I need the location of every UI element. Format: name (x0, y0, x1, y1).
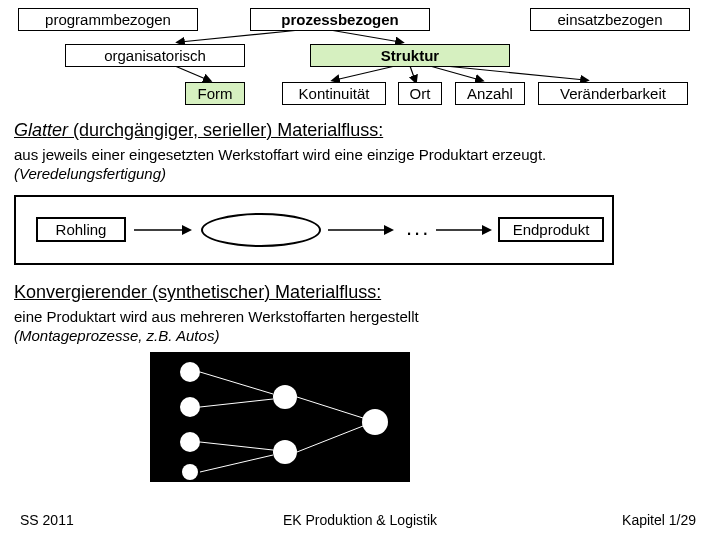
svg-line-1 (330, 30, 400, 42)
box-einsatzbezogen: einsatzbezogen (530, 8, 690, 31)
box-prozessbezogen: prozessbezogen (250, 8, 430, 31)
diagram-konvergierend (150, 352, 410, 482)
svg-line-0 (180, 30, 300, 42)
diagram-glatter: Rohling ... Endprodukt (14, 195, 614, 265)
section2-body-line2: (Montageprozesse, z.B. Autos) (14, 327, 219, 344)
section1-heading: Glatter (durchgängiger, serieller) Mater… (14, 120, 383, 141)
arrow-icon (134, 224, 194, 236)
svg-line-4 (410, 66, 415, 80)
svg-line-2 (175, 66, 208, 80)
process-ellipse-icon (201, 213, 321, 247)
box-ort: Ort (398, 82, 442, 105)
section1-heading-rest: (durchgängiger, serieller) Materialfluss… (68, 120, 383, 140)
section1-body: aus jeweils einer eingesetzten Werkstoff… (14, 146, 704, 184)
svg-point-17 (362, 409, 388, 435)
svg-point-15 (273, 385, 297, 409)
footer-center: EK Produktion & Logistik (0, 512, 720, 528)
section2-body: eine Produktart wird aus mehreren Werkst… (14, 308, 704, 346)
box-anzahl: Anzahl (455, 82, 525, 105)
box-organisatorisch: organisatorisch (65, 44, 245, 67)
svg-point-14 (182, 464, 198, 480)
svg-line-5 (430, 66, 480, 80)
box-kontinuitaet: Kontinuität (282, 82, 386, 105)
box-veraenderbarkeit: Veränderbarkeit (538, 82, 688, 105)
section2-body-line1: eine Produktart wird aus mehreren Werkst… (14, 308, 419, 325)
svg-line-3 (335, 66, 395, 80)
footer-right: Kapitel 1/29 (622, 512, 696, 528)
diagram1-endprodukt: Endprodukt (498, 217, 604, 242)
box-struktur: Struktur (310, 44, 510, 67)
section1-heading-strong: Glatter (14, 120, 68, 140)
diagram1-rohling: Rohling (36, 217, 126, 242)
svg-line-6 (445, 66, 585, 80)
svg-point-16 (273, 440, 297, 464)
ellipsis-icon: ... (406, 215, 430, 241)
svg-point-12 (180, 397, 200, 417)
box-form: Form (185, 82, 245, 105)
svg-point-13 (180, 432, 200, 452)
section2-heading-strong: Konvergierender (synthetischer) Material… (14, 282, 381, 302)
section1-body-line1: aus jeweils einer eingesetzten Werkstoff… (14, 146, 546, 163)
section2-heading: Konvergierender (synthetischer) Material… (14, 282, 381, 303)
arrow-icon (328, 224, 396, 236)
section1-body-line2: (Veredelungsfertigung) (14, 165, 166, 182)
svg-point-11 (180, 362, 200, 382)
arrow-icon (436, 224, 494, 236)
box-programmbezogen: programmbezogen (18, 8, 198, 31)
